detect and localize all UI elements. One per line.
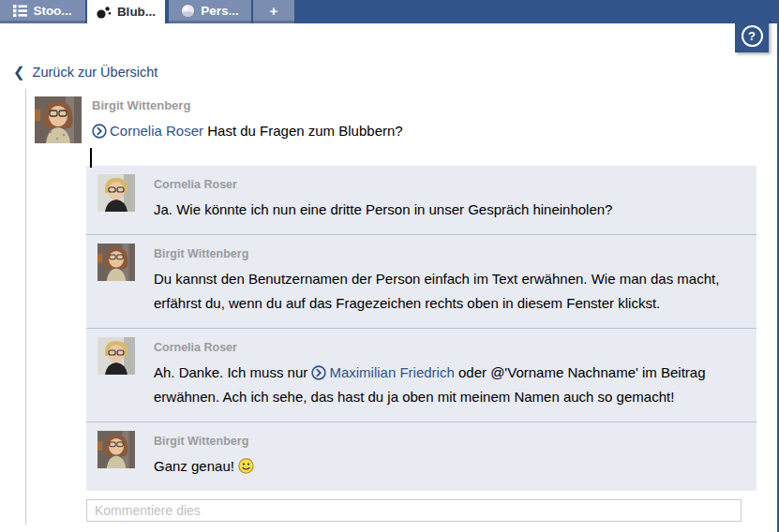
smiley-icon [238,458,254,474]
tab-stoo[interactable]: Stoo... [0,0,85,23]
chevron-left-icon: ❮ [13,64,25,81]
plus-icon: + [270,3,278,19]
comment-text-before-mention: Ah. Danke. Ich muss nur [154,364,307,380]
author-name: Cornelia Roser [154,341,743,354]
author-name: Birgit Wittenberg [154,435,743,448]
list-icon [13,5,27,17]
mention-link[interactable]: Maximilian Friedrich [311,364,454,380]
comment-row: Birgit Wittenberg Ganz genau! [86,422,757,491]
mention-arrow-icon [92,124,107,139]
text-caret [90,148,92,168]
question-mark-icon: ? [742,25,763,47]
comment-row: Birgit Wittenberg Du kannst den Benutzer… [86,235,757,329]
comment-input[interactable] [86,499,742,522]
avatar-cornelia-roser[interactable] [97,337,135,375]
author-name: Birgit Wittenberg [92,98,403,112]
root-text: Hast du Fragen zum Blubbern? [207,123,402,139]
tab-label: Pers... [201,4,239,18]
comment-body: Cornelia Roser Ah. Danke. Ich muss nur M… [154,337,743,409]
comment-body: Cornelia Roser Ja. Wie könnte ich nun ei… [154,174,743,222]
back-link-label: Zurück zur Übersicht [33,65,158,80]
comment-text: Ganz genau! [154,454,743,479]
comment-body: Birgit Wittenberg Du kannst den Benutzer… [154,244,743,316]
root-post-body: Birgit Wittenberg Cornelia Roser Hast du… [92,96,403,143]
comment-row: Cornelia Roser Ja. Wie könnte ich nun ei… [86,166,757,235]
tab-label: Blub... [117,5,156,19]
root-post-text: Cornelia Roser Hast du Fragen zum Blubbe… [92,122,403,140]
comment-row: Cornelia Roser Ah. Danke. Ich muss nur M… [86,329,757,422]
comment-text: Du kannst den Benutzernamen der Person e… [154,267,743,316]
mention-arrow-icon [311,365,326,380]
tab-bar: Stoo... Blub... Pers... + [0,0,779,23]
mention-link[interactable]: Cornelia Roser [92,123,203,139]
blubber-icon [97,6,112,19]
tab-new[interactable]: + [253,0,294,23]
avatar-cornelia-roser[interactable] [97,174,135,212]
avatar-birgit-wittenberg[interactable] [97,431,135,468]
comments-list: Cornelia Roser Ja. Wie könnte ich nun ei… [86,166,757,491]
author-name: Birgit Wittenberg [154,247,743,260]
author-name: Cornelia Roser [154,178,743,191]
comment-text: Ja. Wie könnte ich nun eine dritte Perso… [154,198,743,222]
tab-blubber[interactable]: Blub... [87,0,165,23]
avatar-birgit-wittenberg[interactable] [35,96,82,143]
tab-label: Stoo... [33,4,71,18]
blubber-thread: Birgit Wittenberg Cornelia Roser Hast du… [25,89,757,525]
back-to-overview-link[interactable]: ❮ Zurück zur Übersicht [13,64,157,81]
comment-text: Ah. Danke. Ich muss nur Maximilian Fried… [154,361,743,409]
person-icon [181,4,195,18]
root-post: Birgit Wittenberg Cornelia Roser Hast du… [26,89,757,143]
help-button[interactable]: ? [735,20,769,52]
comment-body: Birgit Wittenberg Ganz genau! [154,431,743,479]
avatar-birgit-wittenberg[interactable] [97,244,135,281]
tab-personen[interactable]: Pers... [169,0,251,23]
